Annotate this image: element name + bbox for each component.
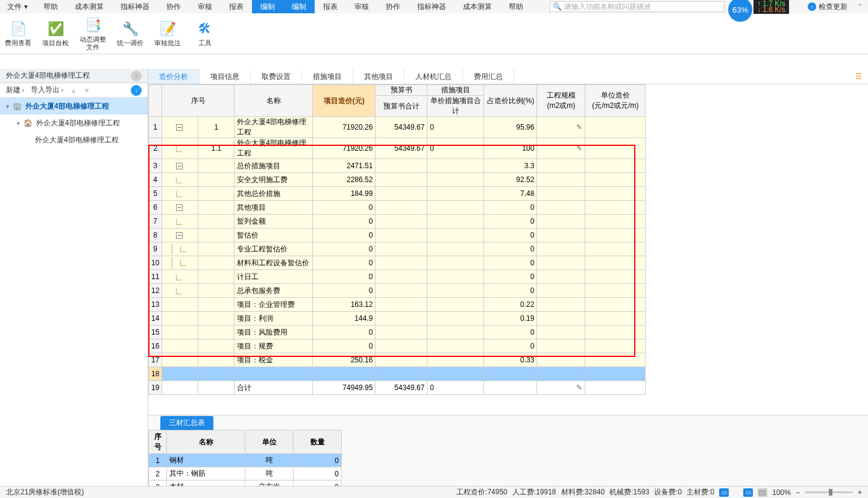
tab-6[interactable]: 费用汇总 <box>463 69 514 84</box>
gm-cell[interactable] <box>537 339 585 353</box>
down-button[interactable]: ▼ <box>83 86 90 95</box>
grid-options-icon[interactable]: ☰ <box>849 69 868 84</box>
grid-row-6[interactable]: 6−其他项目00 <box>149 201 646 215</box>
grid-row-3[interactable]: 3−总价措施项目2471.513.3 <box>149 159 646 173</box>
check-update-button[interactable]: ↑ 检查更新 <box>803 2 852 12</box>
menu-1[interactable]: 报表 <box>315 0 346 13</box>
collapse-sidebar-button[interactable]: ‹ <box>131 71 142 81</box>
zoom-slider[interactable] <box>805 491 853 493</box>
grid-row-7[interactable]: 7暂列金额00 <box>149 215 646 229</box>
grid-row-5[interactable]: 5其他总价措施184.997.48 <box>149 187 646 201</box>
tree-item-1[interactable]: ▾🏠外企大厦4部电梯修理工程 <box>0 115 148 131</box>
menu-3[interactable]: 协作 <box>377 0 409 13</box>
up-button[interactable]: ▲ <box>70 86 77 95</box>
main-grid-wrap[interactable]: 序号名称项目造价(元)预算书措施项目占造价比例(%)工程规模(m2或m)单位造价… <box>148 84 868 415</box>
grid-row-9[interactable]: 9专业工程暂估价00 <box>149 242 646 256</box>
menu-协作[interactable]: 协作 <box>158 0 189 13</box>
zoom-out[interactable]: − <box>796 488 800 497</box>
ribbon-0[interactable]: 📄费用查看 <box>5 20 31 47</box>
view-icon-1[interactable]: ▭ <box>719 488 729 497</box>
gm-cell[interactable]: ✎ <box>537 138 585 159</box>
grid-row-14[interactable]: 14项目：利润144.90.19 <box>149 312 646 326</box>
ribbon-5[interactable]: 🛠工具 <box>192 20 218 47</box>
gm-cell[interactable] <box>537 270 585 284</box>
tab-4[interactable]: 其他项目 <box>353 69 404 84</box>
grid-row-11[interactable]: 11计日工00 <box>149 270 646 284</box>
main-grid[interactable]: 序号名称项目造价(元)预算书措施项目占造价比例(%)工程规模(m2或m)单位造价… <box>148 84 646 395</box>
gm-cell[interactable] <box>537 229 585 242</box>
tree-item-2[interactable]: 外企大厦4部电梯修理工程 <box>0 131 148 148</box>
grid-row-18[interactable]: 18 <box>149 367 646 381</box>
gm-cell[interactable]: ✎ <box>537 381 585 395</box>
gm-cell[interactable] <box>537 353 585 367</box>
material-row-2[interactable]: 2其中：钢筋吨0 <box>149 467 342 481</box>
menu-报表[interactable]: 报表 <box>221 0 252 13</box>
gm-cell[interactable] <box>537 173 585 187</box>
tree-toggle[interactable]: − <box>176 163 183 169</box>
collapse-ribbon-button[interactable]: ⌃ <box>852 2 868 11</box>
import-export-button[interactable]: 导入导出▾ <box>31 85 64 95</box>
tree-item-0[interactable]: ▾🏢外企大厦4部电梯修理工程 <box>0 98 148 115</box>
menu-编制[interactable]: 编制 <box>252 0 283 13</box>
menu-2[interactable]: 审核 <box>346 0 377 13</box>
grid-row-1[interactable]: 1−1外企大厦4部电梯修理工程71920.2654349.67095.96✎ <box>149 117 646 138</box>
gm-cell[interactable] <box>537 159 585 173</box>
tab-5[interactable]: 人材机汇总 <box>404 69 463 84</box>
gm-cell[interactable] <box>537 298 585 312</box>
gm-cell[interactable] <box>537 312 585 326</box>
ribbon-1[interactable]: ✅项目自检 <box>42 20 69 47</box>
ribbon-2[interactable]: 📑动态调整文件 <box>80 16 106 51</box>
edit-icon[interactable]: ✎ <box>576 144 582 153</box>
grid-row-2[interactable]: 21.1外企大厦4部电梯修理工程71920.2654349.670100✎ <box>149 138 646 159</box>
tree-toggle[interactable]: − <box>176 124 183 131</box>
gm-cell[interactable] <box>537 256 585 270</box>
view-icon-2[interactable]: ▭ <box>743 488 753 497</box>
new-button[interactable]: 新建▾ <box>6 85 25 95</box>
ribbon-4[interactable]: 📝审核批注 <box>154 20 181 47</box>
menu-指标神器[interactable]: 指标神器 <box>112 0 158 13</box>
gm-cell[interactable] <box>537 201 585 215</box>
grid-row-19[interactable]: 19合计74949.9554349.670✎ <box>149 381 646 395</box>
material-row-1[interactable]: 1钢材吨0 <box>149 454 342 467</box>
gm-cell[interactable] <box>537 242 585 256</box>
gm-cell[interactable]: ✎ <box>537 117 585 138</box>
grid-row-8[interactable]: 8−暂估价00 <box>149 229 646 242</box>
grid-row-15[interactable]: 15项目：风险费用00 <box>149 326 646 339</box>
menu-5[interactable]: 成本测算 <box>454 0 500 13</box>
gm-cell[interactable] <box>537 326 585 339</box>
search-input[interactable]: 🔍 请输入功能名称或问题描述 <box>550 1 725 12</box>
menu-审核[interactable]: 审核 <box>189 0 221 13</box>
menu-6[interactable]: 帮助 <box>500 0 532 13</box>
menu-成本测算[interactable]: 成本测算 <box>66 0 112 13</box>
grid-row-10[interactable]: 10材料和工程设备暂估价00 <box>149 256 646 270</box>
gm-cell[interactable] <box>537 215 585 229</box>
gm-cell[interactable] <box>537 284 585 298</box>
row-number: 7 <box>149 215 162 229</box>
menu-帮助[interactable]: 帮助 <box>35 0 66 13</box>
menu-4[interactable]: 指标神器 <box>409 0 454 13</box>
bottom-tab-materials[interactable]: 三材汇总表 <box>160 416 213 430</box>
view-icon-3[interactable]: ▯▯ <box>758 488 767 497</box>
grid-row-17[interactable]: 17项目：税金250.160.33 <box>149 353 646 367</box>
grid-row-13[interactable]: 13项目：企业管理费163.120.22 <box>149 298 646 312</box>
grid-row-16[interactable]: 16项目：规费00 <box>149 339 646 353</box>
zoom-in[interactable]: + <box>858 488 862 497</box>
menu-file[interactable]: 文件▾ <box>0 2 35 12</box>
xh-cell <box>198 284 234 298</box>
gm-cell[interactable] <box>537 367 585 381</box>
sync-button[interactable]: ↓ <box>131 85 142 96</box>
tab-2[interactable]: 取费设置 <box>251 69 302 84</box>
bottom-grid[interactable]: 序号名称单位数量1钢材吨02其中：钢筋吨03木材立方米0 <box>148 430 342 494</box>
tab-1[interactable]: 项目信息 <box>200 69 251 84</box>
grid-row-4[interactable]: 4安全文明施工费2286.5292.52 <box>149 173 646 187</box>
tab-0[interactable]: 造价分析 <box>148 69 200 84</box>
tab-3[interactable]: 措施项目 <box>302 69 353 84</box>
ribbon-3[interactable]: 🔧统一调价 <box>117 20 143 47</box>
grid-row-12[interactable]: 12总承包服务费00 <box>149 284 646 298</box>
tree-toggle[interactable]: − <box>176 232 183 239</box>
tree-toggle[interactable]: − <box>176 204 183 211</box>
edit-icon[interactable]: ✎ <box>576 383 582 392</box>
menu-0[interactable]: 编制 <box>283 0 315 13</box>
gm-cell[interactable] <box>537 187 585 201</box>
edit-icon[interactable]: ✎ <box>576 123 582 131</box>
